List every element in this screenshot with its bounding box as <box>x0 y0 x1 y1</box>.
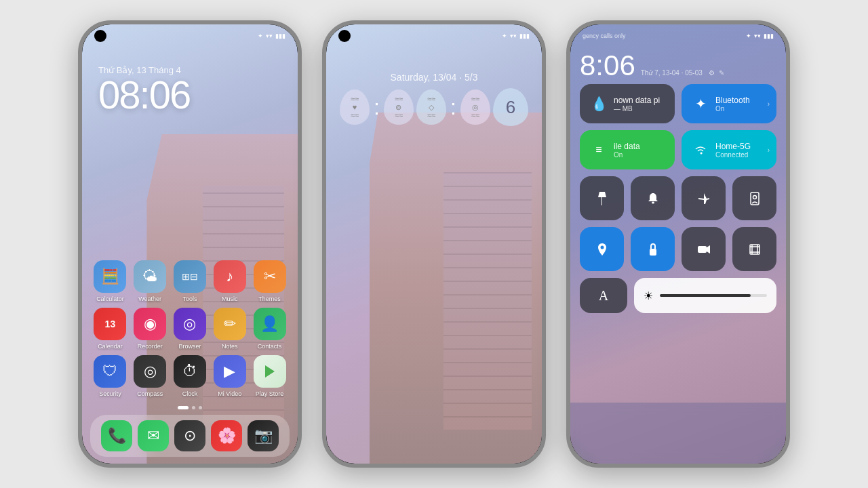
mivideo-icon: ▶ <box>214 355 246 388</box>
weather-icon: 🌤 <box>134 260 166 293</box>
settings-icon[interactable]: ⚙ <box>709 69 715 77</box>
dock-safari[interactable]: ⊙ <box>173 420 207 451</box>
brightness-slider[interactable] <box>660 294 767 297</box>
security-icon: 🛡 <box>94 355 126 388</box>
dot-1 <box>178 406 189 409</box>
edit-icon[interactable]: ✎ <box>719 69 724 77</box>
brightness-icon: ☀ <box>644 289 653 302</box>
colon-1: : <box>374 95 380 120</box>
cc-tile-data-usage[interactable]: 💧 nown data pi — MB <box>580 84 675 123</box>
app-playstore[interactable]: Play Store <box>251 355 289 397</box>
app-browser[interactable]: ◎ Browser <box>171 308 209 350</box>
app-notes[interactable]: ✏ Notes <box>211 308 249 350</box>
cc-tile-airplane[interactable] <box>682 176 726 220</box>
battery-icon-2: ▮▮▮ <box>519 33 530 39</box>
app-security[interactable]: 🛡 Security <box>91 355 129 397</box>
app-tools[interactable]: ⊞⊟ Tools <box>171 260 209 302</box>
app-themes[interactable]: ✂ Themes <box>251 260 289 302</box>
cc-font-tile[interactable]: A <box>580 278 627 313</box>
cc-tile-flashlight[interactable] <box>580 176 624 220</box>
easter-egg-1: ≈≈⊚≈≈ <box>384 89 414 125</box>
wifi-tile-icon <box>691 142 710 158</box>
contacts-icon: 👤 <box>254 308 286 340</box>
svg-rect-9 <box>750 245 760 254</box>
safari-icon: ⊙ <box>174 420 205 451</box>
bluetooth-chevron: › <box>768 100 770 108</box>
app-compass[interactable]: ◎ Compass <box>131 355 169 397</box>
time-display: 08:06 <box>98 75 190 115</box>
app-music[interactable]: ♪ Music <box>211 260 249 302</box>
app-row-2: 13 Calendar ◉ Recorder ◎ Browser ✏ Notes <box>90 308 290 350</box>
playstore-label: Play Store <box>256 390 284 397</box>
playstore-icon <box>254 355 286 388</box>
dock-camera[interactable]: 📷 <box>246 420 280 451</box>
status-icons-1: ✦ ▾▾ ▮▮▮ <box>258 33 285 39</box>
tools-icon: ⊞⊟ <box>174 260 206 293</box>
mivideo-label: Mi Video <box>218 390 241 397</box>
cc-tile-mobile-data[interactable]: ≡ ile data On <box>580 130 675 169</box>
gallery-icon: 🌸 <box>211 420 242 451</box>
recorder-icon: ◉ <box>134 308 166 340</box>
app-clock[interactable]: ⏱ Clock <box>171 355 209 397</box>
cc-blur-bottom <box>570 403 786 464</box>
datetime-widget: Thứ Bảy, 13 Tháng 4 08:06 <box>98 65 190 115</box>
easter-egg-0: ≈≈♥≈≈ <box>340 89 370 125</box>
colon-2: : <box>450 95 456 120</box>
clock-label: Clock <box>182 390 198 397</box>
security-label: Security <box>99 390 121 397</box>
dock-phone[interactable]: 📞 <box>100 420 134 451</box>
cc-tile-lock[interactable] <box>631 227 675 271</box>
phone-control-center: gency calls only ✦ ▾▾ ▮▮▮ 8:06 Thứ 7, 13… <box>566 20 790 468</box>
browser-label: Browser <box>178 343 201 350</box>
clock-icon: ⏱ <box>174 355 206 388</box>
cc-tile-fullscreen[interactable] <box>732 227 776 271</box>
cc-tile-bell[interactable] <box>631 176 675 220</box>
cc-time: 8:06 <box>580 52 635 80</box>
cc-date-info: Thứ 7, 13-04 · 05-03 ⚙ ✎ <box>641 69 725 77</box>
calculator-icon: 🧮 <box>94 260 126 293</box>
music-label: Music <box>222 296 238 302</box>
app-mivideo[interactable]: ▶ Mi Video <box>211 355 249 397</box>
cc-brightness-tile[interactable]: ☀ <box>634 278 776 313</box>
tools-label: Tools <box>182 296 197 302</box>
app-recorder[interactable]: ◉ Recorder <box>131 308 169 350</box>
wifi-icon-2: ▾▾ <box>510 33 517 39</box>
cc-small-tiles-row2 <box>580 227 776 271</box>
themes-icon: ✂ <box>254 260 286 293</box>
calendar-icon: 13 <box>94 308 126 340</box>
notes-icon: ✏ <box>214 308 246 340</box>
compass-icon: ◎ <box>134 355 166 388</box>
svg-marker-1 <box>598 192 606 205</box>
control-center-panel: 8:06 Thứ 7, 13-04 · 05-03 ⚙ ✎ 💧 nown dat… <box>580 52 776 409</box>
music-icon: ♪ <box>214 260 246 293</box>
cc-tile-portrait[interactable] <box>732 176 776 220</box>
cc-tile-location[interactable] <box>580 227 624 271</box>
lock-datetime: Saturday, 13/04 · 5/3 ≈≈♥≈≈ : ≈≈⊚≈≈ <box>326 72 542 126</box>
messages-icon: ✉ <box>138 420 169 451</box>
cc-tile-wifi[interactable]: Home-5G Connected › <box>682 130 776 169</box>
bluetooth-icon-3: ✦ <box>746 33 751 39</box>
app-calendar[interactable]: 13 Calendar <box>91 308 129 350</box>
cc-bottom-row: A ☀ <box>580 278 776 313</box>
dock-gallery[interactable]: 🌸 <box>210 420 243 451</box>
dock-messages[interactable]: ✉ <box>136 420 170 451</box>
app-grid: 🧮 Calculator 🌤 Weather ⊞⊟ Tools ♪ Music <box>90 260 290 403</box>
mobile-data-text: ile data On <box>614 142 640 159</box>
easter-egg-3: ≈≈◎≈≈ <box>460 89 490 125</box>
svg-point-2 <box>652 201 654 203</box>
app-calculator[interactable]: 🧮 Calculator <box>91 260 129 302</box>
date-display: Thứ Bảy, 13 Tháng 4 <box>98 65 190 75</box>
app-contacts[interactable]: 👤 Contacts <box>251 308 289 350</box>
themes-label: Themes <box>258 296 281 302</box>
app-weather[interactable]: 🌤 Weather <box>131 260 169 302</box>
cc-tile-video-camera[interactable] <box>682 227 726 271</box>
cc-tile-bluetooth[interactable]: ✦ Bluetooth On › <box>682 84 776 123</box>
phone-dock: 📞 ✉ ⊙ 🌸 📷 <box>90 415 290 457</box>
notes-label: Notes <box>222 343 238 350</box>
battery-icon: ▮▮▮ <box>275 33 285 39</box>
svg-rect-6 <box>650 249 656 256</box>
dot-3 <box>199 406 202 409</box>
cc-main-tiles: 💧 nown data pi — MB ✦ Bluetooth On › <box>580 84 776 169</box>
app-row-1: 🧮 Calculator 🌤 Weather ⊞⊟ Tools ♪ Music <box>90 260 290 302</box>
easter-egg-2: ≈≈◇≈≈ <box>416 89 446 125</box>
